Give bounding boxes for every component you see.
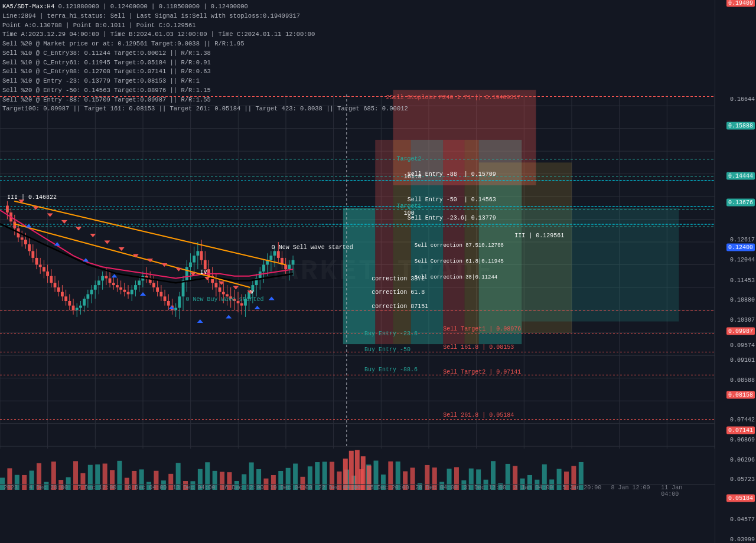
sell-10-2: Sell %10 @ C_Entry61: 0.11945 Target:0.0… — [2, 58, 408, 68]
price-label: 0.12617 — [730, 236, 755, 243]
time-label: 22 Dec 04:00 — [318, 485, 361, 491]
price-label: 0.12044 — [730, 256, 755, 263]
price-label: 0.06869 — [730, 436, 755, 443]
time-label: 8 Jan 12:00 — [611, 485, 650, 491]
targets-line: Target100: 0.09987 || Target 161: 0.0815… — [2, 104, 408, 114]
time-label: 31 Dec 12:00 — [464, 485, 506, 491]
price-label: 0.09987 — [726, 328, 755, 335]
price-label: 0.08588 — [730, 377, 755, 383]
info-line-3: Time A:2023.12.29 04:00:00 | Time B:2024… — [2, 30, 408, 40]
sell-20-2: Sell %20 @ Entry -50: 0.14563 Target:0.0… — [2, 86, 408, 96]
time-axis: 3 Dec 20234 Dec 20:007 Dec 12:0010 Dec 0… — [0, 484, 715, 495]
time-label: 4 Dec 20:00 — [29, 485, 68, 491]
sell-10-4: Sell %10 @ Entry -23: 0.13779 Target:0.0… — [2, 77, 408, 86]
price-label: 0.10880 — [730, 297, 755, 303]
price-label: 0.05184 — [726, 495, 755, 502]
time-label: 25 Dec 20:00 — [367, 485, 409, 491]
price-label: 0.03999 — [730, 537, 755, 543]
symbol-line: KA5/SDT-Max:H4 0.121880000 | 0.12400000 … — [2, 2, 408, 12]
time-label: 3 Jan 04:00 — [514, 485, 553, 491]
price-label: 0.04577 — [730, 516, 755, 523]
time-label: 19 Dec 04:00 — [270, 485, 312, 491]
price-label: 0.11453 — [730, 277, 755, 283]
time-label: 5 Jan 20:00 — [562, 485, 601, 491]
price-label: 0.13676 — [726, 199, 755, 207]
info-line-1: Line:2894 | terra_h1_status: Sell | Last… — [2, 12, 408, 21]
price-label: 0.07442 — [730, 417, 755, 423]
info-line-2: Point A:0.130788 | Point B:0.1011 | Poin… — [2, 21, 408, 31]
price-label: 0.12400 — [726, 243, 755, 251]
sell-10-1: Sell %10 @ C_Entry38: 0.11244 Target:0.0… — [2, 49, 408, 58]
chart-container: KA5/SDT-Max:H4 0.121880000 | 0.12400000 … — [0, 0, 756, 543]
price-label: 0.10307 — [730, 317, 755, 323]
time-label: 7 Dec 12:00 — [77, 485, 116, 491]
price-axis: 0.194090.166440.158880.144440.136760.124… — [715, 0, 756, 543]
price-label: 0.15888 — [726, 122, 755, 130]
sell-market: Sell %20 @ Market price or at: 0.129561 … — [2, 40, 408, 49]
time-label: 10 Dec 04:00 — [124, 485, 167, 491]
info-panel: KA5/SDT-Max:H4 0.121880000 | 0.12400000 … — [2, 2, 408, 114]
time-label: 16 Dec 12:00 — [221, 485, 264, 491]
time-label: 3 Dec 2023 — [0, 485, 18, 491]
price-label: 0.14444 — [726, 172, 755, 180]
price-label: 0.06296 — [730, 456, 755, 463]
price-label: 0.07141 — [726, 426, 755, 434]
time-label: 28 Dec 04:00 — [415, 485, 458, 491]
time-label: 11 Jan 04:00 — [661, 485, 697, 498]
price-label: 0.05723 — [730, 476, 755, 483]
price-label: 0.08158 — [726, 391, 755, 398]
price-label: 0.09574 — [730, 342, 755, 349]
price-label: 0.16644 — [730, 96, 755, 103]
sell-10-3: Sell %10 @ C_Entry88: 0.12708 Target:0.0… — [2, 67, 408, 77]
price-label: 0.19409 — [726, 0, 755, 7]
price-label: 0.09161 — [730, 356, 755, 363]
time-label: 13 Dec 04:00 — [172, 485, 215, 491]
sell-20-3: Sell %20 @ Entry -88: 0.15709 Target:0.0… — [2, 96, 408, 105]
